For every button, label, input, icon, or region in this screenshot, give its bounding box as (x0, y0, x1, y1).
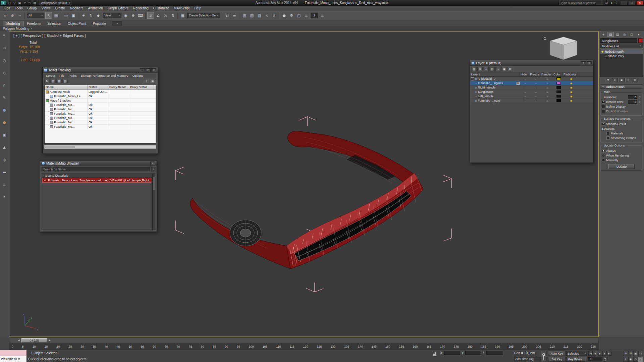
asset-row[interactable]: Autodesk VaultLogged Out ... (45, 90, 156, 94)
merge-layers-icon[interactable]: ▣ (501, 67, 507, 71)
maximize-button[interactable]: ▢ (628, 1, 635, 5)
set-keys-button[interactable] (541, 351, 546, 361)
menu-item-tools[interactable]: Tools (12, 6, 25, 11)
toggle-ribbon-icon[interactable]: ▨ (256, 12, 263, 19)
schematic-view-icon[interactable]: # (271, 12, 277, 19)
play-animation-button[interactable]: ▶ (598, 351, 602, 356)
menu-item-graph-editors[interactable]: Graph Editors (105, 6, 131, 11)
asset-column-header[interactable]: Name (45, 85, 88, 89)
ribbon-tab-modeling[interactable]: Modeling (3, 21, 24, 26)
viewport-label[interactable]: [ + ] [ Perspective ] [ Shaded + Edged F… (13, 34, 86, 38)
sphere-brush-icon[interactable]: ● (2, 108, 7, 113)
polygon-tool-icon[interactable]: ◇ (2, 70, 7, 75)
hide-toggle[interactable]: – (521, 86, 530, 89)
select-by-name-icon[interactable]: ▤ (53, 12, 59, 19)
material-browser-title-bar[interactable]: Material/Map Browser × (40, 161, 157, 166)
layer-color-swatch[interactable] (556, 86, 561, 89)
asset-column-header[interactable]: Proxy Resol... (108, 85, 129, 89)
keyboard-shortcut-override-icon[interactable]: ⌨ (137, 12, 144, 19)
radiosity-toggle-icon[interactable]: ◉ (564, 95, 579, 98)
select-highlighted-objects-icon[interactable]: ▥ (489, 67, 495, 71)
next-frame-button[interactable]: ▶ (602, 351, 607, 356)
material-editor-icon[interactable]: ● (281, 12, 287, 19)
menu-item-rendering[interactable]: Rendering (131, 6, 151, 11)
asset-row[interactable]: Futuristic_Mo...Ok (45, 112, 156, 116)
layer-properties-icon[interactable]: ⚙ (507, 67, 513, 71)
layer-color-swatch[interactable] (556, 82, 561, 84)
layer-color-swatch[interactable] (556, 95, 561, 98)
time-slider[interactable]: ◀ 0 / 225 ▶ (9, 337, 599, 343)
named-selection-sets-dropdown[interactable]: Create Selection Se▾ (187, 13, 220, 18)
rectangular-selection-region-icon[interactable]: ▭ (63, 12, 69, 19)
minimize-button[interactable]: ─ (620, 1, 627, 5)
curve-editor-icon[interactable]: ∿ (263, 12, 270, 19)
maxscript-mini-listener[interactable]: Welcome to M (0, 350, 27, 362)
asset-row[interactable]: Futuristic_Mo...Ok (45, 107, 156, 112)
menu-item-views[interactable]: Views (39, 6, 53, 11)
edit-named-selection-sets-icon[interactable]: ▦ (179, 12, 186, 19)
freeze-toggle[interactable]: – (530, 95, 541, 98)
layer-color-swatch[interactable] (556, 77, 561, 80)
soft-brush-icon[interactable]: ● (2, 120, 7, 125)
align-icon[interactable]: ≡ (231, 12, 238, 19)
asset-row[interactable]: Futuristic_Mo...Ok (45, 120, 156, 125)
zoom-button[interactable]: ⊕ (623, 351, 628, 356)
thumbnail-view-icon[interactable]: ▦ (56, 79, 62, 83)
freeze-toggle[interactable]: – (530, 99, 541, 102)
next-frame-arrow[interactable]: ▶ (48, 338, 52, 343)
minimize-button[interactable]: ─ (140, 68, 145, 72)
angle-snap-icon[interactable]: ∠ (155, 12, 161, 19)
scrollbar-thumb[interactable] (153, 177, 155, 190)
always-radio[interactable] (602, 149, 605, 153)
asset-column-header[interactable]: Proxy Status (129, 85, 154, 89)
asset-menu-options[interactable]: Options (130, 74, 146, 77)
spinner-snap-icon[interactable]: ⇅ (169, 12, 176, 19)
select-and-scale-icon[interactable]: ◆ (95, 12, 102, 19)
help-button[interactable]: ? (581, 61, 586, 65)
refresh-status-icon[interactable]: ↻ (44, 79, 50, 83)
layer-color-cell[interactable] (553, 99, 564, 102)
turbosmooth-rollout-header[interactable]: − TurboSmooth (600, 84, 643, 89)
asset-menu-bitmap-performance-and-memory[interactable]: Bitmap Performance and Memory (79, 74, 130, 77)
radiosity-toggle-icon[interactable]: ◉ (564, 90, 579, 94)
modify-tab[interactable]: ▨ (607, 32, 614, 37)
ribbon-tab-selection[interactable]: Selection (44, 21, 64, 26)
mirror-icon[interactable]: ⇄ (224, 12, 230, 19)
scrollbar-thumb[interactable] (45, 146, 75, 148)
close-button[interactable]: × (636, 1, 643, 5)
layer-color-cell[interactable] (553, 90, 564, 93)
add-time-tag-field[interactable]: Add Time Tag (514, 357, 543, 361)
layer-row[interactable]: ▫Left_temple––♨◉ (470, 94, 593, 99)
modifier-stack-item[interactable]: ●TurboSmooth (600, 49, 643, 54)
new-scene-icon[interactable]: ▢ (7, 1, 12, 5)
layer-edit-box[interactable] (517, 82, 520, 85)
explicit-normals-checkbox[interactable] (602, 110, 605, 113)
asset-table[interactable]: NameStatusProxy Resol...Proxy Status Aut… (44, 85, 156, 143)
zoom-extents-button[interactable]: ▣ (633, 351, 638, 356)
layer-explorer-window[interactable]: Layer: 0 (default) ? × ▧×+▥→▣⚙ LayersHid… (470, 60, 593, 163)
render-iters-checkbox[interactable]: ✓ (602, 100, 605, 104)
paint-select-icon[interactable]: ✎ (2, 95, 7, 100)
render-preset-field[interactable]: 1 (311, 13, 318, 18)
ribbon-display-options-dropdown[interactable]: ▾ (112, 21, 122, 25)
layer-color-swatch[interactable] (556, 90, 561, 93)
ribbon-collapsed-panel[interactable]: Polygon Modeling ▾ (0, 26, 644, 31)
previous-frame-button[interactable]: ◀ (593, 351, 597, 356)
update-button[interactable]: Update (608, 164, 635, 169)
horizontal-scrollbar[interactable] (44, 145, 156, 149)
asset-menu-paths[interactable]: Paths (66, 74, 78, 77)
material-search-input[interactable] (42, 167, 150, 171)
asset-help-icon[interactable]: ? (144, 79, 149, 83)
open-file-icon[interactable]: ▽ (12, 1, 17, 5)
render-iters-spinner[interactable]: ▴▾ (638, 100, 641, 104)
close-button[interactable]: × (587, 61, 592, 65)
layer-color-cell[interactable] (553, 95, 564, 98)
iterations-field[interactable]: 0 (628, 95, 637, 99)
layer-column-hide[interactable]: Hide (520, 72, 529, 76)
asset-tracking-window[interactable]: Asset Tracking ─ ▢ × ServerFilePathsBitm… (42, 67, 158, 154)
selection-lock-toggle[interactable] (433, 352, 437, 356)
listener-pane[interactable]: Welcome to M (0, 356, 26, 362)
menu-item-customize[interactable]: Customize (151, 6, 171, 11)
pin-stack-icon[interactable]: ▼ (605, 78, 611, 82)
iterations-spinner[interactable]: ▴▾ (638, 96, 641, 99)
